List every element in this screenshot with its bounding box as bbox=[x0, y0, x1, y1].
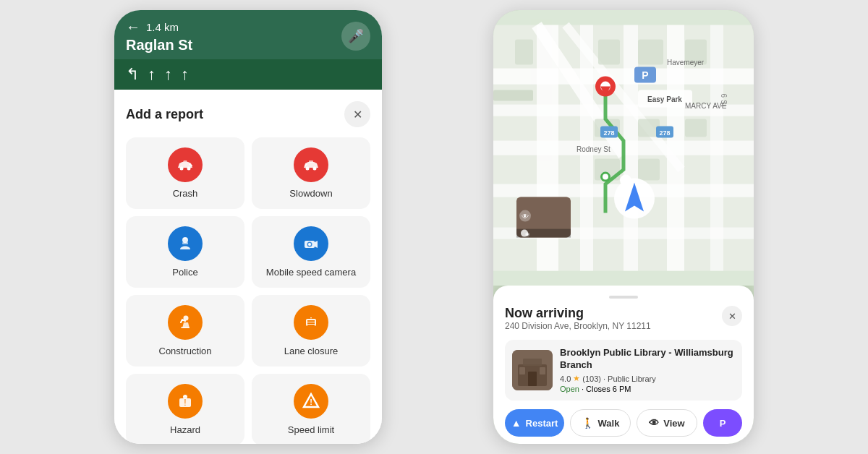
svg-rect-28 bbox=[493, 69, 754, 85]
speed-limit-label: Speed limit bbox=[288, 424, 334, 437]
svg-text:!: ! bbox=[184, 398, 186, 408]
svg-text:👁: 👁 bbox=[522, 213, 529, 220]
destination-rating: 4.0 ★ (103) · Public Library bbox=[560, 374, 735, 383]
svg-text:Easy Park: Easy Park bbox=[647, 95, 682, 103]
speed-camera-label: Mobile speed camera bbox=[266, 267, 356, 279]
report-item-police[interactable]: Police bbox=[126, 216, 244, 288]
svg-rect-42 bbox=[685, 119, 707, 137]
review-count: (103) bbox=[582, 374, 601, 383]
report-item-lane-closure[interactable]: Lane closure bbox=[252, 295, 370, 367]
crash-icon bbox=[168, 147, 203, 182]
svg-text:278: 278 bbox=[659, 129, 670, 137]
svg-text:278: 278 bbox=[603, 129, 614, 137]
svg-text:◉: ◉ bbox=[525, 231, 529, 236]
view-label: View bbox=[663, 418, 684, 429]
nav-distance: ← 1.4 km bbox=[126, 19, 192, 35]
svg-text:Havemeyer: Havemeyer bbox=[667, 59, 705, 67]
phone-left: ← 1.4 km Raglan St 🎤 ↰ ↑ ↑ ↑ Add a repor… bbox=[114, 10, 382, 444]
lane-closure-icon bbox=[294, 305, 328, 340]
svg-point-52 bbox=[603, 174, 608, 180]
star-icon: ★ bbox=[573, 374, 580, 383]
slowdown-icon bbox=[294, 147, 328, 182]
arriving-close-button[interactable]: ✕ bbox=[722, 306, 742, 326]
rating-value: 4.0 bbox=[560, 374, 571, 383]
report-item-crash[interactable]: Crash bbox=[126, 137, 244, 209]
park-button[interactable]: P bbox=[703, 409, 742, 437]
mic-icon: 🎤 bbox=[348, 28, 364, 44]
svg-point-3 bbox=[313, 167, 317, 171]
svg-rect-4 bbox=[309, 160, 313, 163]
arriving-actions: ▲ Restart 🚶 Walk 👁 View P bbox=[505, 409, 742, 437]
svg-rect-36 bbox=[493, 90, 533, 101]
hazard-label: Hazard bbox=[170, 424, 200, 437]
close-button[interactable]: ✕ bbox=[344, 101, 370, 127]
destination-info: Brooklyn Public Library - Williamsburg B… bbox=[560, 347, 735, 393]
back-arrow-icon: ← bbox=[126, 19, 140, 35]
lane-closure-label: Lane closure bbox=[284, 346, 338, 358]
report-item-construction[interactable]: Construction bbox=[126, 295, 244, 367]
mic-button[interactable]: 🎤 bbox=[341, 22, 370, 51]
svg-rect-75 bbox=[528, 372, 537, 386]
svg-text:P: P bbox=[642, 69, 648, 81]
hazard-icon: ! bbox=[168, 384, 203, 419]
turn-left-arrow: ↰ bbox=[126, 65, 139, 84]
report-grid: Crash Slowdown bbox=[126, 137, 370, 444]
view-button[interactable]: 👁 View bbox=[637, 409, 697, 437]
report-item-speed-camera[interactable]: Mobile speed camera bbox=[252, 216, 370, 288]
report-title: Add a report bbox=[126, 107, 203, 122]
svg-rect-12 bbox=[181, 327, 190, 328]
closing-hours: Closes 6 PM bbox=[586, 385, 631, 393]
arriving-address: 240 Division Ave, Brooklyn, NY 11211 bbox=[505, 321, 651, 331]
park-label: P bbox=[720, 418, 726, 429]
arriving-header: Now arriving 240 Division Ave, Brooklyn,… bbox=[505, 306, 742, 338]
phone-right: P 6 St bbox=[493, 10, 754, 444]
destination-name: Brooklyn Public Library - Williamsburg B… bbox=[560, 347, 735, 372]
view-icon: 👁 bbox=[649, 417, 659, 429]
svg-text:Rodney St: Rodney St bbox=[576, 145, 610, 153]
restart-label: Restart bbox=[526, 418, 558, 429]
drag-handle bbox=[609, 296, 638, 299]
restart-button[interactable]: ▲ Restart bbox=[505, 409, 564, 437]
svg-rect-77 bbox=[540, 367, 545, 374]
police-label: Police bbox=[172, 267, 197, 279]
direction-arrows-bar: ↰ ↑ ↑ ↑ bbox=[114, 59, 382, 90]
straight-arrow-1: ↑ bbox=[148, 65, 156, 84]
report-panel: Add a report ✕ bbox=[114, 90, 382, 444]
report-item-hazard[interactable]: ! Hazard bbox=[126, 374, 244, 444]
svg-rect-35 bbox=[515, 40, 533, 65]
nav-street: Raglan St bbox=[126, 37, 192, 53]
report-item-speed-limit[interactable]: ! Speed limit bbox=[252, 374, 370, 444]
walk-button[interactable]: 🚶 Walk bbox=[570, 409, 631, 437]
svg-rect-74 bbox=[523, 359, 542, 366]
speed-camera-icon bbox=[294, 226, 328, 261]
svg-point-9 bbox=[308, 243, 311, 246]
svg-rect-44 bbox=[638, 159, 660, 181]
separator: · bbox=[603, 374, 605, 383]
svg-text:MARCY AVE: MARCY AVE bbox=[685, 102, 727, 110]
open-status: Open bbox=[560, 385, 579, 393]
svg-marker-10 bbox=[315, 241, 318, 248]
walk-label: Walk bbox=[598, 418, 620, 429]
svg-point-2 bbox=[306, 167, 310, 171]
arriving-card: Now arriving 240 Division Ave, Brooklyn,… bbox=[493, 286, 754, 444]
crash-label: Crash bbox=[173, 188, 198, 200]
close-icon: ✕ bbox=[353, 108, 362, 121]
straight-arrow-2: ↑ bbox=[164, 65, 172, 84]
navigation-bar: ← 1.4 km Raglan St 🎤 bbox=[114, 10, 382, 59]
svg-text:!: ! bbox=[310, 398, 312, 406]
svg-point-1 bbox=[187, 167, 191, 171]
svg-rect-37 bbox=[598, 40, 620, 65]
svg-rect-6 bbox=[182, 242, 188, 244]
dest-type: Public Library bbox=[608, 374, 656, 383]
walk-icon: 🚶 bbox=[582, 417, 594, 429]
report-header: Add a report ✕ bbox=[126, 101, 370, 127]
straight-arrow-3: ↑ bbox=[181, 65, 189, 84]
svg-rect-76 bbox=[519, 367, 525, 374]
construction-icon bbox=[168, 305, 203, 340]
destination-status: Open · Closes 6 PM bbox=[560, 385, 735, 393]
svg-point-0 bbox=[180, 167, 184, 171]
map-area: P 6 St bbox=[493, 10, 754, 286]
report-item-slowdown[interactable]: Slowdown bbox=[252, 137, 370, 209]
destination-card: Brooklyn Public Library - Williamsburg B… bbox=[505, 340, 742, 401]
arriving-title: Now arriving bbox=[505, 306, 651, 321]
